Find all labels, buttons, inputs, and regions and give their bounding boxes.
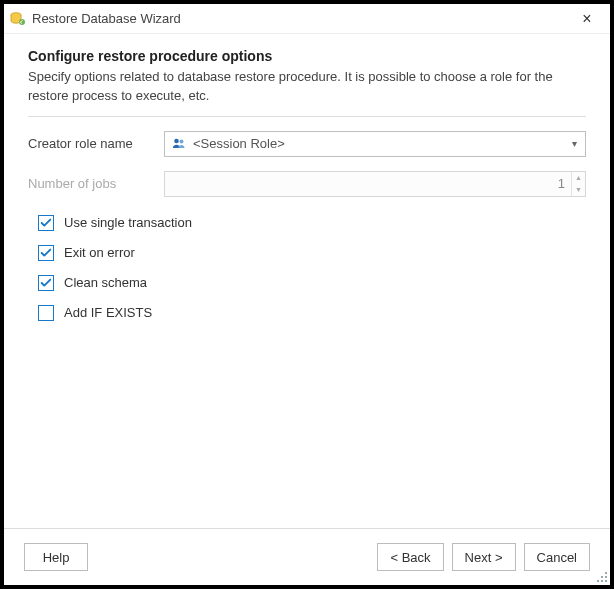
creator-role-value: <Session Role>: [193, 136, 568, 151]
exit-on-error-row: Exit on error: [28, 245, 586, 261]
single-transaction-checkbox[interactable]: [38, 215, 54, 231]
svg-point-1: [19, 19, 25, 25]
add-if-exists-checkbox[interactable]: [38, 305, 54, 321]
help-button[interactable]: Help: [24, 543, 88, 571]
svg-rect-8: [601, 580, 603, 582]
cancel-button[interactable]: Cancel: [524, 543, 590, 571]
content-area: Configure restore procedure options Spec…: [4, 34, 610, 528]
header-divider: [28, 116, 586, 117]
close-icon: ×: [582, 10, 591, 28]
single-transaction-row: Use single transaction: [28, 215, 586, 231]
window-close-button[interactable]: ×: [572, 7, 602, 31]
jobs-row: Number of jobs 1 ▲ ▼: [28, 171, 586, 197]
options-group: Use single transaction Exit on error Cle…: [28, 215, 586, 335]
clean-schema-label: Clean schema: [64, 275, 147, 290]
back-button[interactable]: < Back: [377, 543, 443, 571]
svg-point-3: [180, 139, 184, 143]
clean-schema-checkbox[interactable]: [38, 275, 54, 291]
jobs-step-down[interactable]: ▼: [572, 184, 585, 196]
add-if-exists-row: Add IF EXISTS: [28, 305, 586, 321]
clean-schema-row: Clean schema: [28, 275, 586, 291]
jobs-spinner[interactable]: 1 ▲ ▼: [164, 171, 586, 197]
page-title: Configure restore procedure options: [28, 48, 586, 64]
svg-rect-5: [605, 576, 607, 578]
svg-rect-7: [605, 580, 607, 582]
svg-rect-9: [597, 580, 599, 582]
jobs-step-up[interactable]: ▲: [572, 172, 585, 184]
wizard-window: Restore Database Wizard × Configure rest…: [0, 0, 614, 589]
resize-grip-icon[interactable]: [596, 571, 608, 583]
creator-role-row: Creator role name <Session Role> ▾: [28, 131, 586, 157]
creator-role-label: Creator role name: [28, 136, 164, 151]
chevron-down-icon: ▾: [568, 138, 581, 149]
svg-rect-4: [605, 572, 607, 574]
app-icon: [10, 11, 26, 27]
footer: Help < Back Next > Cancel: [4, 528, 610, 585]
next-button[interactable]: Next >: [452, 543, 516, 571]
page-subtitle: Specify options related to database rest…: [28, 68, 586, 106]
window-title: Restore Database Wizard: [32, 11, 572, 26]
jobs-value: 1: [165, 172, 571, 196]
jobs-label: Number of jobs: [28, 176, 164, 191]
single-transaction-label: Use single transaction: [64, 215, 192, 230]
add-if-exists-label: Add IF EXISTS: [64, 305, 152, 320]
creator-role-combo[interactable]: <Session Role> ▾: [164, 131, 586, 157]
jobs-stepper: ▲ ▼: [571, 172, 585, 196]
svg-rect-6: [601, 576, 603, 578]
page-header: Configure restore procedure options Spec…: [28, 48, 586, 116]
exit-on-error-checkbox[interactable]: [38, 245, 54, 261]
users-icon: [171, 136, 187, 152]
svg-point-2: [174, 138, 179, 143]
titlebar: Restore Database Wizard ×: [4, 4, 610, 34]
exit-on-error-label: Exit on error: [64, 245, 135, 260]
